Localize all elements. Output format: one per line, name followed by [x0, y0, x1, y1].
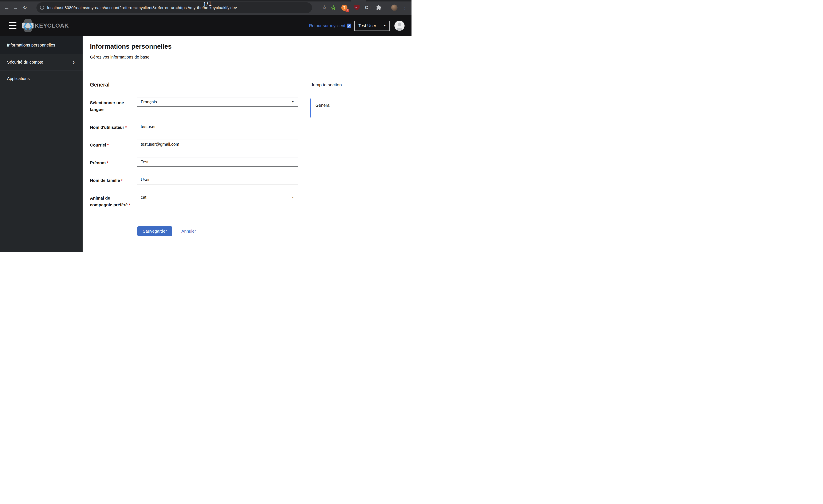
caret-down-icon: ▼ — [384, 24, 386, 27]
page-subtitle: Gérez vos informations de base — [90, 55, 149, 60]
reload-icon[interactable]: ↻ — [21, 0, 29, 15]
field-label: Courriel* — [90, 140, 137, 149]
required-asterisk: * — [107, 161, 108, 165]
field-label: Sélectionner une langue — [90, 97, 137, 113]
shield-icon: UO — [354, 5, 360, 11]
required-asterisk: * — [125, 125, 127, 130]
jump-nav-heading: Jump to section — [311, 82, 342, 87]
caret-down-icon: ▼ — [292, 97, 294, 106]
firstname-input[interactable] — [137, 157, 298, 167]
bookmark-star-icon[interactable]: ☆ — [320, 0, 328, 15]
user-dropdown[interactable]: Test User ▼ — [354, 21, 389, 31]
sidebar-item-applications[interactable]: Applications — [0, 70, 83, 87]
logo-text: KEYCLOAK — [35, 22, 69, 29]
tampermonkey-extension-icon[interactable]: T 2 — [340, 0, 349, 15]
sidebar-item-label: Informations personnelles — [7, 43, 55, 48]
username-input[interactable] — [137, 122, 298, 132]
caret-down-icon: ▼ — [292, 193, 294, 202]
referrer-back-link[interactable]: Retour sur myclient — [309, 23, 345, 28]
nav-toggle-hamburger-icon[interactable] — [9, 22, 16, 29]
form-row-email: Courriel* — [90, 140, 298, 149]
dots-icon: ⋮ — [368, 6, 372, 9]
green-star-extension-icon[interactable]: ★ — [329, 0, 338, 15]
handwritten-annotation: 1/1 — [203, 0, 211, 8]
form-row-username: Nom d'utilisateur* — [90, 122, 298, 132]
puzzle-icon — [376, 5, 381, 10]
required-asterisk: * — [107, 143, 109, 148]
form-row-firstname: Prénom* — [90, 157, 298, 167]
field-label: Prénom* — [90, 157, 137, 167]
c-extension-icon[interactable]: C⋮ — [364, 0, 373, 15]
extension-badge: 2 — [346, 9, 349, 12]
select-value: cat — [141, 193, 146, 202]
cancel-link[interactable]: Annuler — [181, 226, 196, 236]
required-asterisk: * — [121, 179, 123, 183]
sidebar: Informations personnelles Sécurité du co… — [0, 36, 83, 252]
jump-nav-item-general[interactable]: General — [315, 103, 330, 108]
browser-profile-avatar[interactable] — [391, 4, 397, 11]
lastname-input[interactable] — [137, 175, 298, 185]
form-row-lastname: Nom de famille* — [90, 175, 298, 185]
field-label: Nom de famille* — [90, 175, 137, 185]
t-circle-icon: T 2 — [341, 5, 347, 11]
sidebar-item-label: Applications — [7, 76, 30, 81]
required-asterisk: * — [129, 203, 130, 207]
sidebar-item-account-security[interactable]: Sécurité du compte ❯ — [0, 54, 83, 70]
toolbar-separator — [387, 5, 387, 10]
browser-window: ← → ↻ i localhost:8080/realms/myrealm/ac… — [0, 0, 412, 252]
back-icon[interactable]: ← — [3, 0, 11, 15]
chevron-right-icon: ❯ — [72, 60, 75, 64]
favourite-pet-select[interactable]: cat ▼ — [137, 193, 298, 202]
email-input[interactable] — [137, 140, 298, 149]
browser-menu-icon[interactable]: ⋮ — [401, 0, 409, 15]
sidebar-item-personal-info[interactable]: Informations personnelles — [0, 36, 83, 54]
app-header: ❮❯ KEYCLOAK Retour sur myclient ↗ Test U… — [0, 15, 412, 36]
field-label: Nom d'utilisateur* — [90, 122, 137, 132]
ublock-extension-icon[interactable]: UO — [352, 0, 361, 15]
section-heading: General — [90, 82, 110, 88]
form-row-language: Sélectionner une langue Français ▼ — [90, 97, 298, 113]
keycloak-logo: ❮❯ KEYCLOAK — [22, 15, 69, 36]
sidebar-item-label: Sécurité du compte — [7, 60, 43, 65]
extensions-puzzle-icon[interactable] — [374, 0, 383, 15]
language-select[interactable]: Français ▼ — [137, 97, 298, 107]
forward-icon[interactable]: → — [12, 0, 19, 15]
c-letter-icon: C — [365, 5, 368, 10]
site-info-icon[interactable]: i — [40, 6, 44, 10]
user-dropdown-label: Test User — [358, 23, 376, 28]
browser-toolbar: ← → ↻ i localhost:8080/realms/myrealm/ac… — [0, 0, 412, 15]
url-bar[interactable]: i localhost:8080/realms/myrealm/account?… — [36, 2, 312, 13]
keycloak-hexagon-icon: ❮❯ — [22, 19, 34, 32]
external-link-icon[interactable]: ↗ — [347, 24, 351, 28]
page-title: Informations personnelles — [90, 43, 172, 50]
avatar[interactable] — [394, 21, 404, 31]
field-label: Animal de compagnie préféré* — [90, 193, 137, 208]
star-icon: ★ — [331, 4, 336, 11]
form-row-favourite-pet: Animal de compagnie préféré* cat ▼ — [90, 193, 298, 208]
save-button[interactable]: Sauvegarder — [137, 226, 172, 236]
jump-nav-active-indicator — [310, 98, 311, 117]
select-value: Français — [141, 97, 157, 106]
